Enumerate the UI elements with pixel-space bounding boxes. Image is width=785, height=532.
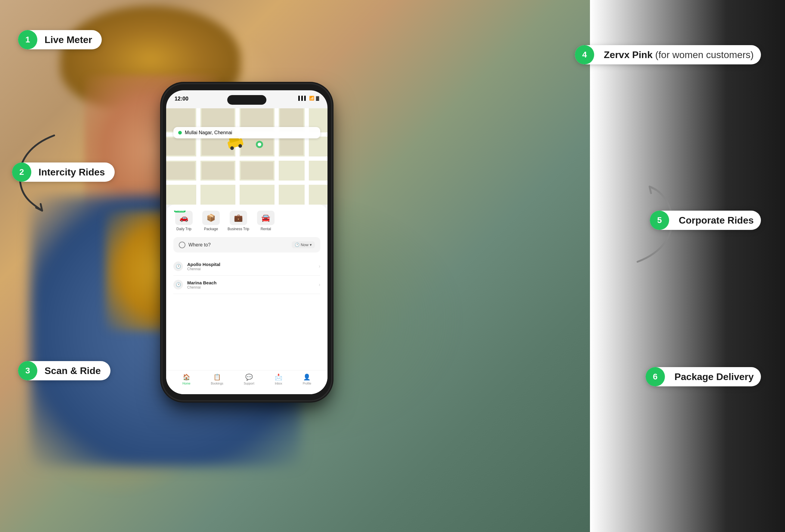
business-label: Business Trip	[228, 227, 249, 231]
package-icon: 📦	[202, 211, 220, 225]
daily-trip-icon: Promo 🚗	[175, 211, 193, 225]
home-icon: 🏠	[183, 374, 190, 381]
feature-number-2: 2	[12, 162, 31, 182]
svg-rect-16	[166, 162, 195, 179]
svg-rect-4	[196, 108, 200, 205]
search-icon	[179, 242, 185, 248]
phone-container: 12:00 ▌▌▌ 📶 ▓	[162, 84, 331, 400]
status-icons: ▌▌▌ 📶 ▓	[298, 96, 319, 101]
feature-number-3: 3	[18, 361, 37, 380]
feature-pill-5: Corporate Rides 5	[650, 211, 761, 230]
location-apollo[interactable]: 🕐 Apollo Hospital Chennai ›	[173, 257, 320, 276]
location-dot	[178, 131, 182, 134]
rental-label: Rental	[261, 227, 271, 231]
inbox-icon: 📩	[275, 374, 282, 381]
svg-rect-18	[241, 162, 273, 179]
wifi-icon: 📶	[309, 96, 314, 101]
phone-screen: 12:00 ▌▌▌ 📶 ▓	[166, 90, 328, 394]
marina-sub: Chennai	[187, 285, 314, 289]
feature-label-3: Scan & Ride	[37, 365, 110, 376]
nav-support[interactable]: 💬 Support	[244, 374, 254, 385]
apollo-sub: Chennai	[187, 267, 314, 271]
package-label: Package	[204, 227, 218, 231]
apollo-info: Apollo Hospital Chennai	[187, 262, 314, 271]
svg-rect-3	[166, 181, 328, 185]
clock-icon: 🕐	[295, 243, 300, 247]
feature-label-6: Package Delivery	[665, 371, 761, 382]
nav-bookings[interactable]: 📋 Bookings	[211, 374, 223, 385]
feature-pill-4: Zervx Pink (for women customers) 4	[575, 45, 761, 65]
right-background	[590, 0, 785, 532]
rental-icon: 🚘	[257, 211, 275, 225]
main-container: 12:00 ▌▌▌ 📶 ▓	[0, 0, 785, 532]
nav-home[interactable]: 🏠 Home	[182, 374, 191, 385]
svg-rect-12	[166, 138, 195, 155]
chevron-down-icon: ▾	[310, 243, 312, 247]
apollo-name: Apollo Hospital	[187, 262, 314, 267]
clock-history-icon-2: 🕑	[173, 280, 183, 289]
map-area: Mullai Nagar, Chennai	[166, 108, 328, 205]
signal-icon: ▌▌▌	[298, 96, 307, 101]
now-pill[interactable]: 🕐 Now ▾	[292, 241, 315, 248]
promo-badge: Promo	[174, 211, 186, 212]
service-package[interactable]: 📦 Package	[200, 211, 222, 231]
daily-trip-label: Daily Trip	[176, 227, 192, 231]
svg-rect-15	[280, 138, 303, 155]
bottom-nav: 🏠 Home 📋 Bookings 💬 Support 📩	[166, 370, 328, 388]
location-bar: Mullai Nagar, Chennai	[173, 127, 320, 138]
feature-number-5: 5	[650, 211, 669, 230]
battery-icon: ▓	[316, 96, 319, 101]
marina-name: Marina Beach	[187, 280, 314, 285]
feature-pill-6: Package Delivery 6	[645, 367, 761, 386]
search-left: Where to?	[179, 242, 211, 248]
svg-rect-5	[235, 108, 239, 205]
feature-number-1: 1	[18, 30, 37, 49]
search-bar[interactable]: Where to? 🕐 Now ▾	[173, 237, 320, 252]
nav-inbox[interactable]: 📩 Inbox	[275, 374, 282, 385]
svg-rect-6	[275, 108, 279, 205]
chevron-right-icon: ›	[319, 263, 320, 269]
chevron-right-icon-2: ›	[319, 282, 320, 287]
feature-number-6: 6	[645, 367, 665, 386]
bottom-panel: Promo 🚗 Daily Trip 📦 Package 💼 Business …	[166, 205, 328, 394]
now-label: Now	[301, 243, 308, 247]
profile-label: Profile	[303, 382, 311, 385]
services-row: Promo 🚗 Daily Trip 📦 Package 💼 Business …	[173, 211, 320, 231]
phone-frame: 12:00 ▌▌▌ 📶 ▓	[162, 84, 331, 400]
map-svg	[166, 108, 328, 205]
feature-number-4: 4	[575, 45, 594, 65]
profile-icon: 👤	[303, 374, 311, 381]
location-text: Mullai Nagar, Chennai	[185, 130, 232, 135]
svg-rect-17	[202, 162, 234, 179]
search-placeholder: Where to?	[188, 242, 211, 248]
support-icon: 💬	[245, 374, 253, 381]
svg-point-24	[258, 143, 261, 146]
clock-history-icon: 🕐	[173, 261, 183, 271]
feature-pill-3: 3 Scan & Ride	[18, 361, 110, 380]
support-label: Support	[244, 382, 254, 385]
inbox-label: Inbox	[275, 382, 282, 385]
dynamic-island	[227, 95, 267, 105]
feature-label-4: Zervx Pink (for women customers)	[594, 49, 761, 60]
bookings-label: Bookings	[211, 382, 223, 385]
svg-rect-7	[305, 108, 309, 205]
feature-pill-1: 1 Live Meter	[18, 30, 102, 49]
location-marina[interactable]: 🕑 Marina Beach Chennai ›	[173, 276, 320, 294]
feature-label-5: Corporate Rides	[669, 215, 761, 226]
feature-label-1: Live Meter	[37, 34, 102, 46]
service-rental[interactable]: 🚘 Rental	[255, 211, 276, 231]
feature-label-2: Intercity Rides	[31, 167, 115, 178]
business-icon: 💼	[230, 211, 247, 225]
home-label: Home	[182, 382, 191, 385]
nav-profile[interactable]: 👤 Profile	[303, 374, 311, 385]
feature-pill-2: 2 Intercity Rides	[12, 162, 115, 182]
service-business[interactable]: 💼 Business Trip	[228, 211, 249, 231]
service-daily-trip[interactable]: Promo 🚗 Daily Trip	[173, 211, 195, 231]
status-time: 12:00	[175, 96, 188, 102]
marina-info: Marina Beach Chennai	[187, 280, 314, 289]
bookings-icon: 📋	[213, 374, 221, 381]
svg-rect-2	[166, 156, 328, 161]
